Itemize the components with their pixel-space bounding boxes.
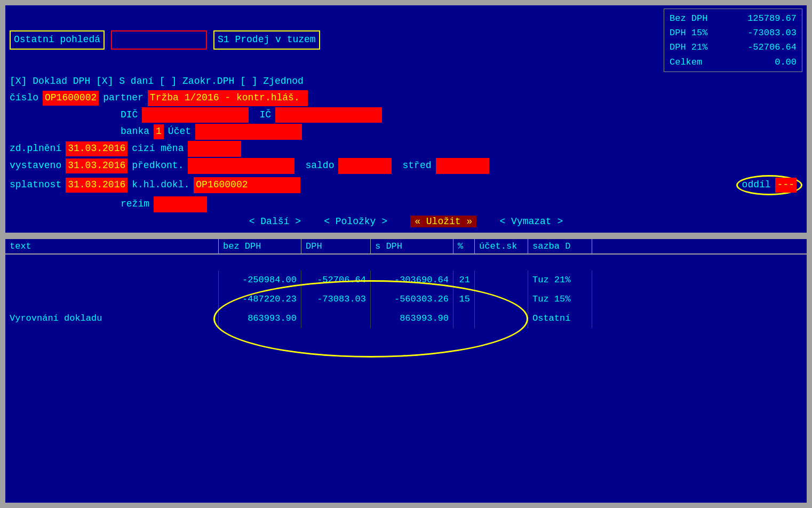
stred-value[interactable]: [436, 158, 489, 174]
vystaveno-row: vystaveno 31.03.2016 předkont. saldo stř…: [10, 158, 802, 174]
partner-value[interactable]: Tržba 1/2016 - kontr.hláš.: [148, 90, 308, 106]
header-s-dph: s DPH: [371, 239, 453, 253]
row3-pct: [453, 309, 475, 328]
celkem-value: 0.00: [775, 55, 797, 69]
table-row: -250984.00 -52706.64 -303690.64 21 Tuz 2…: [5, 271, 807, 290]
row1-text: [5, 271, 219, 290]
dph21-value: -52706.64: [747, 40, 797, 54]
bez-dph-label: Bez DPH: [670, 11, 707, 26]
partner-label: partner: [103, 91, 144, 106]
rezim-row: režim: [10, 196, 802, 212]
bottom-table-panel: text bez DPH DPH s DPH % účet.sk sazba D…: [4, 238, 808, 504]
khl-value[interactable]: OP1600002: [194, 177, 300, 193]
cizi-mena-value[interactable]: [188, 141, 241, 157]
saldo-value[interactable]: [338, 158, 392, 174]
dic-label: DIČ: [121, 108, 138, 123]
row2-bez-dph: -487220.23: [219, 290, 301, 309]
field1-label: Ostatní pohledá: [10, 30, 105, 50]
oddil-value[interactable]: ---: [775, 178, 797, 193]
vymazat-button[interactable]: < Vymazat >: [499, 216, 563, 227]
summary-panel: Bez DPH 125789.67 DPH 15% -73083.03 DPH …: [664, 9, 802, 72]
dph15-value: -73083.03: [747, 26, 797, 40]
dph21-label: DPH 21%: [670, 40, 707, 54]
row2-s-dph: -560303.26: [371, 290, 453, 309]
dic-row: DIČ IČ: [10, 107, 802, 123]
celkem-label: Celkem: [670, 55, 702, 69]
vystaveno-label: vystaveno: [10, 158, 61, 173]
stred-label: střed: [402, 158, 431, 173]
celkem-row: Celkem 0.00: [670, 55, 797, 69]
bez-dph-row: Bez DPH 125789.67: [670, 11, 797, 26]
khl-label: k.hl.dokl.: [132, 178, 189, 193]
row3-dph: [301, 309, 371, 328]
row3-ucet-sk: [475, 309, 528, 328]
header-pct: %: [453, 239, 475, 253]
row1-sazba-d: Tuz 21%: [528, 271, 592, 290]
dph15-label: DPH 15%: [670, 26, 707, 40]
top-form-panel: Ostatní pohledá S1 Prodej v tuzem Bez DP…: [4, 4, 808, 234]
oddil-label: oddíl: [742, 178, 771, 193]
banka-row: banka 1 Účet: [10, 124, 802, 140]
ucet-label: Účet: [168, 124, 191, 139]
row2-ucet-sk: [475, 290, 528, 309]
header-text: text: [5, 239, 219, 253]
header-dph: DPH: [301, 239, 371, 253]
cislo-label: číslo: [10, 91, 38, 106]
header-ucet-sk: účet.sk: [475, 239, 528, 253]
table-body: -250984.00 -52706.64 -303690.64 21 Tuz 2…: [5, 271, 807, 503]
dic-value[interactable]: [142, 107, 249, 123]
row1-pct: 21: [453, 271, 475, 290]
checkboxes-text: [X] Doklad DPH [X] S daní [ ] Zaokr.DPH …: [10, 74, 304, 89]
row3-sazba-d: Ostatní: [528, 309, 592, 328]
row2-dph: -73083.03: [301, 290, 371, 309]
predkont-value[interactable]: [188, 158, 294, 174]
rezim-label: režim: [121, 197, 149, 212]
row1-s-dph: -303690.64: [371, 271, 453, 290]
ucet-value[interactable]: [195, 124, 302, 140]
oddil-group: oddíl ---: [736, 175, 802, 195]
zd-label: zd.plnění: [10, 141, 61, 156]
row2-pct: 15: [453, 290, 475, 309]
header-sazba-d: sazba D: [528, 239, 592, 253]
row1-dph: -52706.64: [301, 271, 371, 290]
ic-value[interactable]: [275, 107, 382, 123]
vystaveno-value[interactable]: 31.03.2016: [66, 158, 128, 173]
table-row: Vyrovnání dokladu 863993.90 863993.90 Os…: [5, 309, 807, 328]
zd-value[interactable]: 31.03.2016: [66, 141, 128, 156]
row3-text: Vyrovnání dokladu: [5, 309, 219, 328]
ic-label: IČ: [259, 108, 271, 123]
row3-s-dph: 863993.90: [371, 309, 453, 328]
dph21-row: DPH 21% -52706.64: [670, 40, 797, 54]
cislo-row: číslo OP1600002 partner Tržba 1/2016 - k…: [10, 90, 802, 106]
saldo-label: saldo: [305, 158, 334, 173]
predkont-label: předkont.: [132, 158, 184, 173]
splatnost-label: splatnost: [10, 178, 61, 193]
banka-label: banka: [121, 124, 149, 139]
bez-dph-value: 125789.67: [747, 11, 797, 26]
table-header: text bez DPH DPH s DPH % účet.sk sazba D: [5, 239, 807, 255]
top-row1: Ostatní pohledá S1 Prodej v tuzem Bez DP…: [10, 9, 802, 72]
app-container: Ostatní pohledá S1 Prodej v tuzem Bez DP…: [0, 0, 812, 508]
table-row: -487220.23 -73083.03 -560303.26 15 Tuz 1…: [5, 290, 807, 309]
polozky-button[interactable]: < Položky >: [324, 216, 387, 227]
field3-label: S1 Prodej v tuzem: [213, 30, 320, 50]
dalsi-button[interactable]: < Další >: [249, 216, 301, 227]
checkboxes-row: [X] Doklad DPH [X] S daní [ ] Zaokr.DPH …: [10, 74, 802, 89]
ulozit-button[interactable]: « Uložit »: [410, 216, 476, 227]
banka-value[interactable]: 1: [154, 124, 164, 139]
cizi-mena-label: cizí měna: [132, 141, 184, 156]
row2-sazba-d: Tuz 15%: [528, 290, 592, 309]
splatnost-value[interactable]: 31.03.2016: [66, 178, 128, 193]
cislo-value[interactable]: OP1600002: [43, 91, 99, 106]
row1-ucet-sk: [475, 271, 528, 290]
rezim-value[interactable]: [154, 196, 207, 212]
zdplneni-row: zd.plnění 31.03.2016 cizí měna: [10, 141, 802, 157]
row2-text: [5, 290, 219, 309]
dph15-row: DPH 15% -73083.03: [670, 26, 797, 40]
splatnost-row: splatnost 31.03.2016 k.hl.dokl. OP160000…: [10, 175, 802, 195]
row1-bez-dph: -250984.00: [219, 271, 301, 290]
action-bar: < Další > < Položky > « Uložit » < Vymaz…: [10, 215, 802, 229]
row3-bez-dph: 863993.90: [219, 309, 301, 328]
field2-input[interactable]: [111, 30, 207, 50]
header-bez-dph: bez DPH: [219, 239, 301, 253]
